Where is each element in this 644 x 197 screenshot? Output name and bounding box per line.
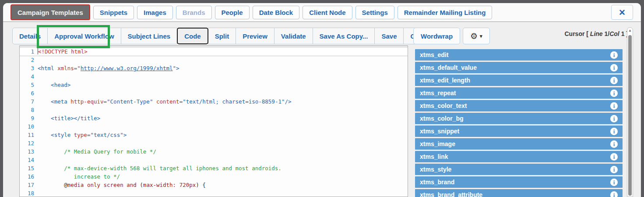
code-text: increase to */ bbox=[38, 172, 408, 181]
tag-item-xtms-default-value[interactable]: xtms_default_valuei bbox=[415, 62, 623, 73]
module-tab-bar: Campaign TemplatesSnippetsImagesBrandsPe… bbox=[3, 3, 641, 22]
code-line[interactable]: 9 <title></title> bbox=[20, 114, 408, 122]
tag-item-xtms-color-bg[interactable]: xtms_color_bgi bbox=[415, 113, 623, 124]
line-number: 16 bbox=[20, 172, 38, 181]
line-number: 2 bbox=[20, 56, 38, 64]
scroll-up-arrow-icon[interactable]: ▲ bbox=[627, 28, 633, 34]
code-line[interactable]: 7 <meta http-equiv="Content-Type" conten… bbox=[20, 97, 408, 106]
code-line[interactable]: 5 <head> bbox=[20, 81, 408, 89]
line-number: 6 bbox=[20, 89, 38, 97]
tag-item-xtms-image[interactable]: xtms_imagei bbox=[415, 138, 623, 150]
save-as-copy-button[interactable]: Save As Copy... bbox=[313, 28, 375, 44]
line-number: 10 bbox=[20, 122, 38, 131]
line-number: 7 bbox=[20, 97, 38, 106]
line-number: 17 bbox=[20, 181, 38, 189]
code-line[interactable]: 12 bbox=[20, 139, 408, 147]
info-icon[interactable]: i bbox=[610, 166, 618, 173]
tag-item-xtms-link[interactable]: xtms_linki bbox=[415, 151, 623, 162]
tag-item-xtms-brand-attribute[interactable]: xtms_brand_attributei bbox=[415, 189, 623, 197]
info-icon[interactable]: i bbox=[610, 64, 618, 72]
code-line[interactable]: 8 bbox=[20, 106, 408, 114]
line-number: 1 bbox=[20, 47, 38, 56]
info-icon[interactable]: i bbox=[610, 90, 618, 97]
details-button[interactable]: Details bbox=[12, 28, 48, 44]
code-text bbox=[38, 56, 408, 64]
info-icon[interactable]: i bbox=[610, 140, 618, 148]
info-icon[interactable]: i bbox=[610, 179, 618, 186]
tag-item-xtms-edit[interactable]: xtms_editi bbox=[415, 49, 623, 61]
code-text bbox=[38, 139, 408, 147]
code-text bbox=[38, 156, 408, 164]
code-line[interactable]: 14 bbox=[20, 156, 408, 164]
code-button[interactable]: Code bbox=[177, 28, 208, 44]
save-button[interactable]: Save bbox=[374, 28, 404, 44]
tab-images[interactable]: Images bbox=[137, 6, 173, 19]
tag-item-xtms-style[interactable]: xtms_stylei bbox=[415, 164, 623, 175]
editor-tools: Wordwrap ⚙ ▾ bbox=[413, 28, 490, 44]
tab-people[interactable]: People bbox=[215, 6, 250, 19]
info-icon[interactable]: i bbox=[610, 51, 618, 59]
editor-toolbar: DetailsApproval WorkflowSubject LinesCod… bbox=[3, 22, 641, 45]
code-line[interactable]: 18 bbox=[20, 189, 408, 197]
tag-item-label: xtms_color_bg bbox=[420, 115, 464, 122]
code-text bbox=[38, 89, 408, 97]
line-number: 3 bbox=[20, 64, 38, 72]
info-icon[interactable]: i bbox=[610, 153, 618, 161]
subject-lines-button[interactable]: Subject Lines bbox=[121, 28, 178, 44]
info-icon[interactable]: i bbox=[610, 102, 618, 110]
tag-item-xtms-brand[interactable]: xtms_brandi bbox=[415, 176, 623, 188]
gear-icon: ⚙ bbox=[470, 31, 478, 41]
code-line[interactable]: 13 /* Media Query for mobile */ bbox=[20, 147, 408, 156]
wordwrap-button[interactable]: Wordwrap bbox=[413, 28, 460, 44]
info-icon[interactable]: i bbox=[610, 128, 618, 135]
code-text: <html xmlns="http://www.w3.org/1999/xhtm… bbox=[38, 64, 408, 72]
line-number: 13 bbox=[20, 147, 38, 156]
tag-item-xtms-color-text[interactable]: xtms_color_texti bbox=[415, 100, 623, 111]
tab-client-node[interactable]: Client Node bbox=[303, 6, 352, 19]
code-line[interactable]: 16 increase to */ bbox=[20, 172, 408, 181]
tag-item-label: xtms_link bbox=[420, 153, 448, 160]
info-icon[interactable]: i bbox=[610, 115, 618, 122]
validate-button[interactable]: Validate bbox=[274, 28, 313, 44]
settings-dropdown-button[interactable]: ⚙ ▾ bbox=[463, 28, 490, 44]
code-text: @media only screen and (max-width: 720px… bbox=[38, 181, 408, 189]
scrollbar-thumb[interactable] bbox=[628, 35, 632, 196]
module-tabs: Campaign TemplatesSnippetsImagesBrandsPe… bbox=[11, 4, 492, 20]
tag-item-xtms-edit-length[interactable]: xtms_edit_lengthi bbox=[415, 75, 623, 86]
line-number: 11 bbox=[20, 131, 38, 139]
code-line[interactable]: 6 bbox=[20, 89, 408, 97]
vertical-scrollbar[interactable]: ▲ bbox=[627, 27, 633, 197]
tab-remainder-mailing-listing[interactable]: Remainder Mailing Listing bbox=[398, 6, 493, 19]
split-button[interactable]: Split bbox=[208, 28, 236, 44]
info-icon[interactable]: i bbox=[610, 191, 618, 197]
code-line[interactable]: 2 bbox=[20, 56, 408, 64]
tab-settings[interactable]: Settings bbox=[355, 6, 394, 19]
code-line[interactable]: 4 bbox=[20, 72, 408, 81]
code-line[interactable]: 17 @media only screen and (max-width: 72… bbox=[20, 181, 408, 189]
code-editor[interactable]: 1<!DOCTYPE html>23<html xmlns="http://ww… bbox=[19, 46, 408, 197]
tag-item-xtms-repeat[interactable]: xtms_repeati bbox=[415, 87, 623, 99]
code-line[interactable]: 1<!DOCTYPE html> bbox=[20, 47, 408, 56]
code-text: <style type="text/css"> bbox=[38, 131, 408, 139]
line-number: 15 bbox=[20, 164, 38, 172]
code-line[interactable]: 15 /* max-device-width 568 will target a… bbox=[20, 164, 408, 172]
tag-item-label: xtms_brand_attribute bbox=[420, 191, 482, 197]
approval-workflow-button[interactable]: Approval Workflow bbox=[47, 28, 121, 44]
code-line[interactable]: 3<html xmlns="http://www.w3.org/1999/xht… bbox=[20, 64, 408, 72]
code-text: /* Media Query for mobile */ bbox=[38, 147, 408, 156]
tag-item-xtms-snippet[interactable]: xtms_snippeti bbox=[415, 125, 623, 137]
editor-action-button-group: DetailsApproval WorkflowSubject LinesCod… bbox=[12, 28, 435, 44]
code-line[interactable]: 10 bbox=[20, 122, 408, 131]
tag-item-label: xtms_default_value bbox=[420, 64, 477, 71]
code-line[interactable]: 11 <style type="text/css"> bbox=[20, 131, 408, 139]
tag-item-label: xtms_color_text bbox=[420, 102, 467, 109]
code-text: <meta http-equiv="Content-Type" content=… bbox=[38, 97, 408, 106]
tab-date-block[interactable]: Date Block bbox=[253, 6, 300, 19]
preview-button[interactable]: Preview bbox=[236, 28, 274, 44]
code-text bbox=[38, 106, 408, 114]
tab-campaign-templates[interactable]: Campaign Templates bbox=[11, 4, 90, 20]
close-button[interactable]: ✕ bbox=[611, 5, 633, 20]
info-icon[interactable]: i bbox=[610, 77, 618, 84]
tab-snippets[interactable]: Snippets bbox=[93, 6, 134, 19]
tab-brands: Brands bbox=[176, 6, 212, 19]
